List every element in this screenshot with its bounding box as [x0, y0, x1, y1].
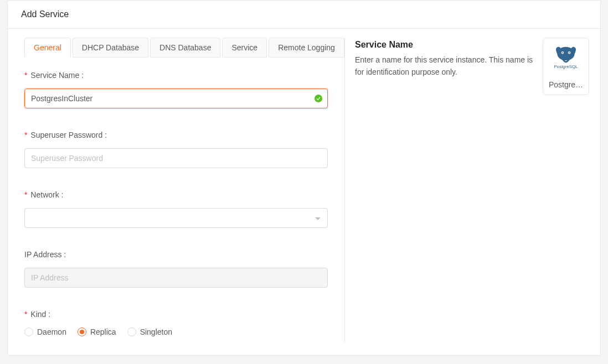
required-marker: *: [24, 71, 27, 80]
tab-remote-logging[interactable]: Remote Logging: [269, 38, 344, 58]
label-network: * Network :: [24, 190, 328, 199]
field-kind: * Kind : Daemon Replica: [24, 310, 344, 336]
svg-point-4: [569, 52, 570, 53]
network-select[interactable]: [24, 208, 328, 228]
label-kind: * Kind :: [24, 310, 328, 319]
radio-replica[interactable]: Replica: [78, 327, 116, 336]
kind-radio-group: Daemon Replica Singleton: [24, 327, 328, 336]
svg-text:PostgreSQL: PostgreSQL: [554, 64, 578, 69]
required-marker: *: [24, 131, 27, 139]
radio-icon: [24, 327, 33, 336]
tab-general[interactable]: General: [24, 38, 71, 58]
service-type-label: Postgre…: [547, 80, 585, 89]
radio-singleton[interactable]: Singleton: [127, 327, 172, 336]
required-marker: *: [24, 190, 27, 199]
tabs: General DHCP Database DNS Database Servi…: [24, 38, 344, 58]
add-service-card: Add Service General DHCP Database DNS Da…: [7, 0, 601, 356]
help-text: Enter a name for this service instance. …: [355, 54, 534, 78]
svg-point-3: [562, 52, 563, 53]
required-marker: *: [24, 310, 27, 319]
radio-daemon[interactable]: Daemon: [24, 327, 66, 336]
radio-label: Singleton: [140, 327, 172, 336]
label-superuser-password: * Superuser Password :: [24, 131, 328, 139]
label-service-name: * Service Name :: [24, 71, 328, 80]
ip-address-input: [24, 268, 328, 288]
service-name-input[interactable]: [24, 89, 328, 108]
card-header: Add Service: [8, 1, 600, 29]
form-column: General DHCP Database DNS Database Servi…: [8, 38, 345, 342]
radio-icon: [78, 327, 86, 336]
radio-label: Daemon: [37, 327, 66, 336]
check-circle-icon: [315, 95, 322, 102]
field-ip-address: IP Address :: [24, 250, 344, 288]
field-network: * Network :: [24, 190, 344, 228]
chevron-down-icon: [315, 214, 321, 222]
tab-service[interactable]: Service: [222, 38, 267, 58]
radio-icon: [127, 327, 136, 336]
label-ip-address: IP Address :: [24, 250, 328, 259]
tab-dns-database[interactable]: DNS Database: [150, 38, 220, 58]
postgresql-icon: PostgreSQL: [550, 45, 581, 70]
help-column: Service Name Enter a name for this servi…: [345, 38, 600, 342]
help-title: Service Name: [355, 40, 534, 50]
field-superuser-password: * Superuser Password :: [24, 131, 344, 168]
tab-dhcp-database[interactable]: DHCP Database: [73, 38, 148, 58]
field-service-name: * Service Name :: [24, 71, 344, 108]
radio-label: Replica: [90, 327, 116, 336]
service-type-card[interactable]: PostgreSQL Postgre…: [543, 38, 589, 95]
superuser-password-input[interactable]: [24, 148, 328, 168]
page-title: Add Service: [21, 9, 587, 19]
